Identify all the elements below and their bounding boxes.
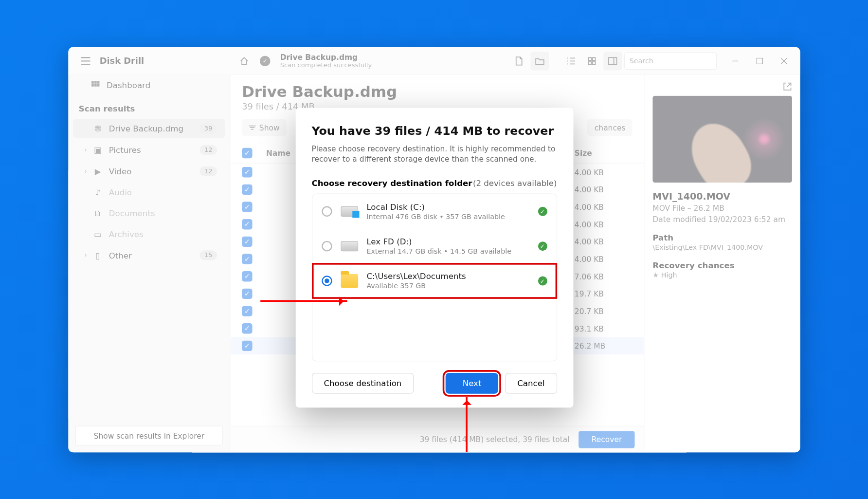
svg-rect-22	[94, 81, 96, 84]
row-checkbox[interactable]	[242, 219, 252, 229]
destination-title: Local Disk (C:)	[366, 202, 505, 211]
sidebar-item-video[interactable]: ›▶ Video 12	[72, 162, 225, 181]
svg-rect-12	[592, 61, 595, 64]
detail-chances-value: ★ High	[652, 271, 792, 279]
external-disk-icon	[340, 237, 358, 256]
check-ok-icon: ✓	[538, 207, 547, 216]
open-external-icon[interactable]	[782, 82, 792, 91]
file-icon[interactable]	[509, 51, 528, 70]
recover-button[interactable]: Recover	[579, 430, 634, 448]
home-icon[interactable]	[235, 51, 253, 70]
list-view-icon[interactable]	[561, 51, 580, 70]
sidebar-item-other[interactable]: ›▯ Other 15	[72, 245, 225, 264]
close-button[interactable]	[772, 51, 796, 70]
cancel-button[interactable]: Cancel	[505, 373, 557, 394]
row-size: 4.00 KB	[574, 185, 632, 194]
sidebar-item-label: Audio	[108, 187, 217, 197]
destination-list: Local Disk (C:)Internal 476 GB disk • 35…	[311, 193, 557, 361]
chevron-right-icon: ›	[84, 168, 92, 174]
choose-destination-button[interactable]: Choose destination	[311, 373, 414, 394]
panel-view-icon[interactable]	[603, 51, 622, 70]
radio-icon[interactable]	[321, 276, 331, 286]
image-icon: ▣	[92, 145, 103, 154]
sidebar-dashboard[interactable]: Dashboard	[68, 74, 230, 95]
sidebar-item-drive[interactable]: ⛃ Drive Backup.dmg 39	[72, 119, 225, 138]
row-checkbox[interactable]	[242, 202, 252, 212]
next-button[interactable]: Next	[446, 373, 498, 394]
status-check-icon	[255, 51, 274, 70]
row-checkbox[interactable]	[242, 323, 252, 333]
destination-local-disk[interactable]: Local Disk (C:)Internal 476 GB disk • 35…	[312, 194, 556, 229]
row-size: 4.00 KB	[574, 203, 632, 211]
row-checkbox[interactable]	[242, 271, 252, 281]
preview-thumbnail	[652, 95, 792, 182]
modal-description: Please choose recovery destination. It i…	[311, 144, 557, 165]
row-checkbox[interactable]	[242, 254, 252, 264]
chances-button[interactable]: chances	[587, 119, 632, 136]
modal-subhead: Choose recovery destination folder	[311, 178, 472, 187]
destination-subtitle: Available 357 GB	[366, 282, 466, 290]
hamburger-icon[interactable]	[76, 51, 95, 70]
row-checkbox[interactable]	[242, 236, 252, 246]
title-block: Drive Backup.dmg Scan completed successf…	[280, 53, 372, 69]
drive-icon: ⛃	[92, 124, 103, 133]
search-input[interactable]	[624, 52, 717, 69]
row-size: 20.7 KB	[574, 307, 632, 315]
destination-documents[interactable]: C:\Users\Lex\DocumentsAvailable 357 GB ✓	[312, 263, 556, 298]
radio-icon[interactable]	[321, 206, 331, 217]
footer: 39 files (414 MB) selected, 39 files tot…	[230, 425, 644, 452]
column-size[interactable]: Size	[574, 148, 632, 157]
app-window: Disk Drill Drive Backup.dmg Scan complet…	[68, 47, 800, 452]
minimize-button[interactable]	[723, 51, 747, 70]
row-checkbox[interactable]	[242, 184, 252, 194]
sidebar-item-archives[interactable]: ▭ Archives	[72, 224, 225, 243]
sidebar-heading: Scan results	[68, 95, 230, 117]
svg-rect-9	[588, 57, 591, 60]
destination-title: Lex FD (D:)	[366, 237, 511, 246]
sidebar-item-count: 12	[199, 166, 217, 176]
destination-lex-fd[interactable]: Lex FD (D:)External 14.7 GB disk • 14.5 …	[312, 229, 556, 263]
svg-rect-21	[91, 81, 94, 84]
svg-rect-18	[757, 57, 762, 63]
show-in-explorer-button[interactable]: Show scan results in Explorer	[75, 425, 222, 445]
maximize-button[interactable]	[748, 51, 771, 70]
detail-path-label: Path	[652, 233, 792, 242]
modal-devices-available: (2 devices available)	[472, 178, 557, 187]
detail-panel: MVI_1400.MOV MOV File – 26.2 MB Date mod…	[644, 74, 800, 452]
row-checkbox[interactable]	[242, 306, 252, 316]
row-size: 4.00 KB	[574, 167, 632, 176]
destination-title: C:\Users\Lex\Documents	[366, 272, 466, 281]
windows-disk-icon	[340, 202, 358, 221]
detail-filename: MVI_1400.MOV	[652, 190, 792, 202]
detail-date: Date modified 19/02/2023 6:52 am	[652, 215, 792, 223]
svg-rect-26	[97, 84, 99, 86]
detail-path-value: \Existing\Lex FD\MVI_1400.MOV	[652, 243, 792, 251]
video-icon: ▶	[92, 166, 103, 176]
select-all-checkbox[interactable]	[242, 148, 252, 158]
sidebar-item-count: 15	[199, 250, 217, 260]
search-field[interactable]	[629, 56, 716, 65]
sidebar-item-label: Drive Backup.dmg	[108, 124, 199, 133]
chevron-right-icon: ›	[84, 147, 92, 153]
row-checkbox[interactable]	[242, 166, 252, 177]
other-icon: ▯	[92, 250, 103, 259]
dashboard-label: Dashboard	[106, 80, 150, 90]
row-checkbox[interactable]	[242, 288, 252, 298]
recovery-modal: You have 39 files / 414 MB to recover Pl…	[295, 108, 573, 407]
sidebar-item-pictures[interactable]: ›▣ Pictures 12	[72, 140, 225, 159]
row-size: 7.06 KB	[574, 272, 632, 280]
sidebar-item-audio[interactable]: ♪ Audio	[72, 183, 225, 202]
show-filter-button[interactable]: Show	[242, 119, 287, 136]
detail-meta: MOV File – 26.2 MB	[652, 204, 792, 213]
row-size: 26.2 MB	[574, 341, 632, 350]
sidebar-item-documents[interactable]: 🗎 Documents	[72, 204, 225, 222]
dashboard-icon	[91, 81, 100, 90]
svg-rect-23	[97, 81, 99, 84]
sidebar-item-label: Pictures	[108, 145, 199, 154]
folder-icon	[340, 272, 358, 290]
radio-icon[interactable]	[321, 241, 331, 251]
folder-view-icon[interactable]	[530, 51, 549, 70]
row-checkbox[interactable]	[242, 340, 252, 351]
grid-view-icon[interactable]	[582, 51, 601, 70]
check-ok-icon: ✓	[538, 241, 547, 251]
